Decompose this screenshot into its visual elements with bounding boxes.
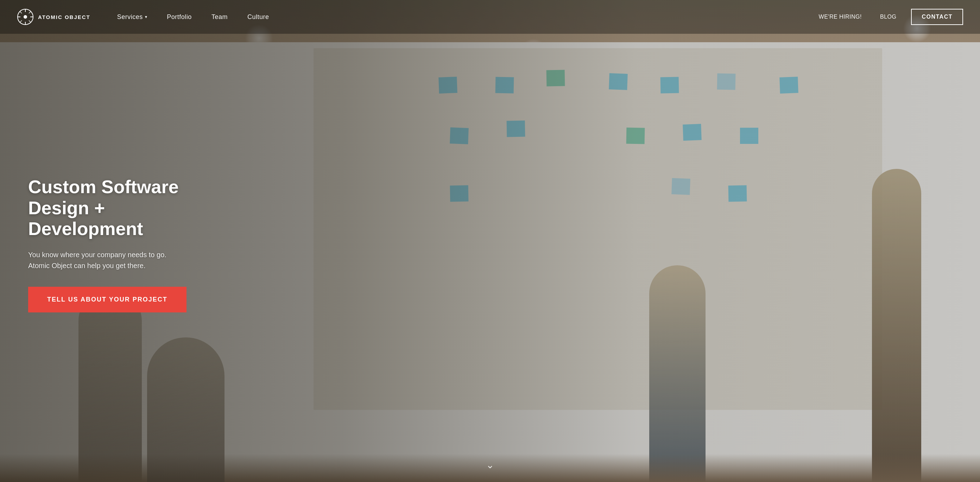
hero-content: Custom Software Design + Development You… [0, 177, 246, 312]
svg-line-6 [20, 11, 22, 13]
hero-section: Custom Software Design + Development You… [0, 0, 980, 482]
logo-link[interactable]: ATOMIC OBJECT [17, 8, 91, 25]
navbar: ATOMIC OBJECT Services ▾ Portfolio Team … [0, 0, 980, 34]
logo-icon [17, 8, 34, 25]
nav-blog[interactable]: BLOG [872, 0, 904, 34]
scroll-chevron-icon: ⌄ [486, 459, 494, 471]
nav-portfolio[interactable]: Portfolio [157, 0, 202, 34]
svg-point-1 [24, 15, 27, 19]
nav-team[interactable]: Team [202, 0, 237, 34]
contact-button[interactable]: CONTACT [911, 9, 963, 25]
scroll-indicator: ⌄ [486, 459, 494, 471]
hero-title: Custom Software Design + Development [28, 177, 218, 240]
brand-name: ATOMIC OBJECT [38, 14, 91, 20]
cta-button[interactable]: TELL US ABOUT YOUR PROJECT [28, 287, 186, 312]
svg-line-8 [29, 11, 31, 13]
hero-subtitle: You know where your company needs to go.… [28, 250, 183, 271]
svg-line-9 [20, 21, 22, 22]
nav-links: Services ▾ Portfolio Team Culture [107, 0, 811, 34]
services-chevron-icon: ▾ [145, 14, 148, 19]
nav-right: WE'RE HIRING! BLOG CONTACT [811, 0, 963, 34]
nav-hiring[interactable]: WE'RE HIRING! [811, 0, 870, 34]
nav-services[interactable]: Services ▾ [107, 0, 157, 34]
nav-culture[interactable]: Culture [237, 0, 279, 34]
svg-line-7 [29, 21, 31, 22]
